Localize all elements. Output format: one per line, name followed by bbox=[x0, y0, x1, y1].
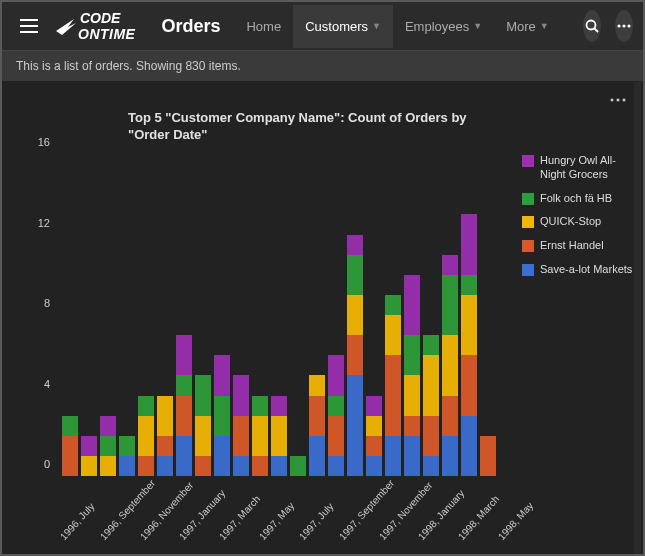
bar[interactable] bbox=[271, 154, 287, 476]
bar-segment bbox=[195, 416, 211, 456]
bar-segment bbox=[252, 416, 268, 456]
bar[interactable] bbox=[442, 154, 458, 476]
bar-segment bbox=[423, 416, 439, 456]
bar-segment bbox=[366, 436, 382, 456]
bar[interactable] bbox=[176, 154, 192, 476]
nav-item-customers[interactable]: Customers▼ bbox=[293, 5, 393, 48]
x-tick: 1996, July bbox=[58, 501, 97, 542]
bars bbox=[58, 154, 516, 476]
bar[interactable] bbox=[214, 154, 230, 476]
brand-logo[interactable]: CODE ONTIME bbox=[54, 10, 135, 42]
x-axis: 1996, July1996, September1996, November1… bbox=[58, 476, 516, 548]
bar[interactable] bbox=[252, 154, 268, 476]
bar[interactable] bbox=[100, 154, 116, 476]
legend-item[interactable]: Folk och fä HB bbox=[522, 192, 637, 206]
bar[interactable] bbox=[233, 154, 249, 476]
chevron-down-icon: ▼ bbox=[372, 21, 381, 31]
chart-menu-button[interactable]: ⋯ bbox=[609, 88, 629, 110]
svg-line-4 bbox=[594, 29, 598, 33]
bar[interactable] bbox=[423, 154, 439, 476]
chart: Top 5 "Customer Company Name": Count of … bbox=[8, 110, 637, 548]
bar-segment bbox=[214, 396, 230, 436]
bar-segment bbox=[461, 416, 477, 476]
legend-swatch bbox=[522, 264, 534, 276]
bar-segment bbox=[347, 255, 363, 295]
bar[interactable] bbox=[347, 154, 363, 476]
menu-button[interactable] bbox=[12, 13, 46, 39]
bar-segment bbox=[385, 355, 401, 436]
bar-segment bbox=[81, 456, 97, 476]
bar-segment bbox=[214, 355, 230, 395]
bar-segment bbox=[347, 295, 363, 335]
bar[interactable] bbox=[195, 154, 211, 476]
bar[interactable] bbox=[119, 154, 135, 476]
svg-point-6 bbox=[622, 24, 625, 27]
legend-swatch bbox=[522, 193, 534, 205]
bar[interactable] bbox=[290, 154, 306, 476]
chevron-down-icon: ▼ bbox=[540, 21, 549, 31]
nav: Orders HomeCustomers▼Employees▼More▼ bbox=[151, 5, 560, 48]
y-tick: 16 bbox=[38, 136, 50, 148]
legend-item[interactable]: Ernst Handel bbox=[522, 239, 637, 253]
nav-item-more[interactable]: More▼ bbox=[494, 5, 561, 48]
y-tick: 12 bbox=[38, 217, 50, 229]
bar-segment bbox=[366, 416, 382, 436]
bar-segment bbox=[233, 375, 249, 415]
bar[interactable] bbox=[81, 154, 97, 476]
bar-segment bbox=[100, 436, 116, 456]
nav-item-label: More bbox=[506, 19, 536, 34]
bar[interactable] bbox=[404, 154, 420, 476]
bar[interactable] bbox=[62, 154, 78, 476]
nav-item-home[interactable]: Home bbox=[234, 5, 293, 48]
x-tick: 1997, March bbox=[217, 493, 262, 542]
bar-segment bbox=[62, 436, 78, 476]
bar-segment bbox=[347, 335, 363, 375]
more-actions-button[interactable] bbox=[615, 10, 633, 42]
scrollbar[interactable] bbox=[634, 82, 641, 554]
bar-segment bbox=[119, 436, 135, 456]
legend: Hungry Owl All-Night GrocersFolk och fä … bbox=[522, 110, 637, 548]
legend-label: Ernst Handel bbox=[540, 239, 604, 253]
bar-segment bbox=[157, 456, 173, 476]
status-bar: This is a list of orders. Showing 830 it… bbox=[2, 50, 643, 82]
legend-swatch bbox=[522, 155, 534, 167]
svg-point-3 bbox=[586, 21, 595, 30]
bar[interactable] bbox=[328, 154, 344, 476]
legend-item[interactable]: QUICK-Stop bbox=[522, 215, 637, 229]
search-button[interactable] bbox=[583, 10, 601, 42]
bar-segment bbox=[81, 436, 97, 456]
bar-segment bbox=[138, 416, 154, 456]
bar[interactable] bbox=[157, 154, 173, 476]
bar-segment bbox=[347, 235, 363, 255]
bar-segment bbox=[328, 456, 344, 476]
bar-segment bbox=[404, 416, 420, 436]
bar-segment bbox=[442, 335, 458, 395]
legend-label: Save-a-lot Markets bbox=[540, 263, 632, 277]
bar[interactable] bbox=[480, 154, 496, 476]
bar[interactable] bbox=[366, 154, 382, 476]
bar-segment bbox=[461, 355, 477, 415]
bar-segment bbox=[461, 295, 477, 355]
bar-segment bbox=[423, 335, 439, 355]
wing-icon bbox=[54, 15, 76, 37]
bar-segment bbox=[290, 456, 306, 476]
bar[interactable] bbox=[309, 154, 325, 476]
svg-rect-2 bbox=[20, 31, 38, 33]
bar-segment bbox=[271, 456, 287, 476]
bar-segment bbox=[328, 416, 344, 456]
bar-segment bbox=[423, 456, 439, 476]
legend-swatch bbox=[522, 240, 534, 252]
bar[interactable] bbox=[138, 154, 154, 476]
legend-item[interactable]: Save-a-lot Markets bbox=[522, 263, 637, 277]
bar-segment bbox=[480, 436, 496, 476]
bar[interactable] bbox=[461, 154, 477, 476]
nav-item-employees[interactable]: Employees▼ bbox=[393, 5, 494, 48]
legend-item[interactable]: Hungry Owl All-Night Grocers bbox=[522, 154, 637, 182]
y-axis: 0481216 bbox=[8, 154, 56, 476]
bar-segment bbox=[442, 436, 458, 476]
bar-segment bbox=[442, 275, 458, 335]
legend-swatch bbox=[522, 216, 534, 228]
bar[interactable] bbox=[385, 154, 401, 476]
bar-segment bbox=[461, 275, 477, 295]
bar-segment bbox=[442, 396, 458, 436]
